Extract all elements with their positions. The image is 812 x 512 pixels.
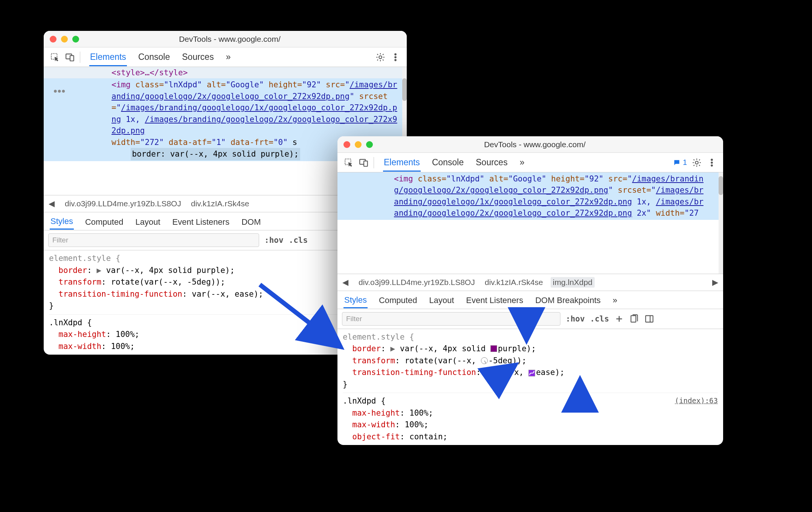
window-controls[interactable] [50,36,79,43]
hov-toggle[interactable]: :hov [264,236,284,245]
breadcrumb-item[interactable]: div.o3j99.LLD4me.yr19Zb.LS8OJ [356,277,477,288]
subtab-layout[interactable]: Layout [428,292,455,308]
tab-elements[interactable]: Elements [383,154,421,172]
window-title: DevTools - www.google.com/ [79,35,380,44]
svg-rect-2 [70,55,74,61]
bezier-swatch-icon[interactable] [528,370,535,376]
color-swatch-icon[interactable] [490,345,497,352]
inspect-icon[interactable] [343,157,354,168]
cls-toggle[interactable]: .cls [590,314,609,323]
minimize-button[interactable] [355,141,362,148]
styles-panel[interactable]: element.style { border: ▶ var(--x, 4px s… [337,329,723,445]
breadcrumb-item[interactable]: div.k1zIA.rSk4se [482,277,545,288]
computed-sidebar-icon[interactable] [644,314,654,324]
selected-dom-node[interactable]: <img class="lnXdpd" alt="Google" height=… [337,172,723,220]
subtabs-overflow-icon[interactable]: » [612,292,618,308]
subtab-listeners[interactable]: Event Listeners [466,292,524,308]
inline-style-edit[interactable]: border: var(--x, 4px solid purple); [131,148,301,160]
tab-console[interactable]: Console [137,48,171,66]
breadcrumb-item[interactable]: div.o3j99.LLD4me.yr19Zb.LS8OJ [63,198,183,209]
window-controls[interactable] [343,141,373,148]
styles-subtabs: Styles Computed Layout Event Listeners D… [337,291,723,309]
svg-point-6 [395,59,396,60]
crumb-prev-icon[interactable]: ◀ [340,277,351,288]
tab-sources[interactable]: Sources [181,48,214,66]
breadcrumb-item[interactable]: div.k1zIA.rSk4se [189,198,252,209]
cls-toggle[interactable]: .cls [289,236,308,245]
svg-point-12 [711,162,712,163]
angle-value[interactable]: -5deg [488,356,512,365]
device-icon[interactable] [359,157,369,168]
more-icon[interactable] [390,52,401,62]
minimize-button[interactable] [61,36,68,43]
subtab-styles[interactable]: Styles [50,213,74,230]
devtools-window-after: DevTools - www.google.com/ Elements Cons… [337,136,723,445]
close-button[interactable] [50,36,56,43]
tab-elements[interactable]: Elements [89,48,127,66]
tab-sources[interactable]: Sources [475,154,508,172]
hov-toggle[interactable]: :hov [566,314,585,323]
subtab-dom[interactable]: DOM [241,213,261,229]
svg-point-13 [711,165,712,166]
easing-value[interactable]: ease [536,368,555,377]
collapsed-nodes-icon[interactable]: ••• [53,85,66,97]
subtab-computed[interactable]: Computed [378,292,418,308]
crumb-prev-icon[interactable]: ◀ [46,198,57,209]
new-style-rule-icon[interactable] [614,314,624,324]
settings-icon[interactable] [375,52,386,62]
scrollbar[interactable] [719,172,723,274]
main-tabs: Elements Console Sources » [379,154,669,172]
issues-badge[interactable]: 1 [673,158,687,167]
close-button[interactable] [343,141,350,148]
styles-filter-input[interactable]: Filter [48,233,259,247]
subtab-dombp[interactable]: DOM Breakpoints [534,292,601,308]
subtab-computed[interactable]: Computed [84,213,124,229]
color-value[interactable]: purple [498,344,527,353]
titlebar[interactable]: DevTools - www.google.com/ [44,31,407,47]
breadcrumb[interactable]: ◀ div.o3j99.LLD4me.yr19Zb.LS8OJ div.k1zI… [337,274,723,291]
svg-rect-15 [646,315,653,322]
main-toolbar: Elements Console Sources » 1 [337,153,723,172]
subtab-listeners[interactable]: Event Listeners [172,213,230,229]
subtab-styles[interactable]: Styles [343,291,368,308]
svg-rect-14 [631,315,636,322]
main-tabs: Elements Console Sources » [85,48,371,66]
settings-icon[interactable] [691,157,702,168]
breadcrumb-item-selected[interactable]: img.lnXdpd [551,277,595,288]
svg-point-11 [711,159,712,160]
titlebar[interactable]: DevTools - www.google.com/ [337,136,723,153]
dom-tree[interactable]: <img class="lnXdpd" alt="Google" height=… [337,172,723,274]
maximize-button[interactable] [366,141,373,148]
main-toolbar: Elements Console Sources » [44,47,407,67]
more-icon[interactable] [707,157,717,168]
svg-point-4 [395,53,396,55]
svg-point-3 [379,56,382,59]
tab-console[interactable]: Console [431,154,464,172]
tabs-overflow-icon[interactable]: » [519,154,525,172]
maximize-button[interactable] [72,36,79,43]
subtab-layout[interactable]: Layout [134,213,161,229]
tabs-overflow-icon[interactable]: » [225,48,232,66]
angle-swatch-icon[interactable] [481,357,488,364]
source-link[interactable]: (index):63 [675,395,718,406]
copy-styles-icon[interactable] [629,314,639,324]
svg-rect-9 [364,161,368,166]
crumb-next-icon[interactable]: ▶ [710,277,721,288]
inspect-icon[interactable] [50,52,60,62]
svg-point-5 [395,56,396,58]
window-title: DevTools - www.google.com/ [373,140,697,149]
svg-point-10 [695,161,698,164]
device-icon[interactable] [65,52,75,62]
styles-filter-input[interactable]: Filter [342,312,560,326]
